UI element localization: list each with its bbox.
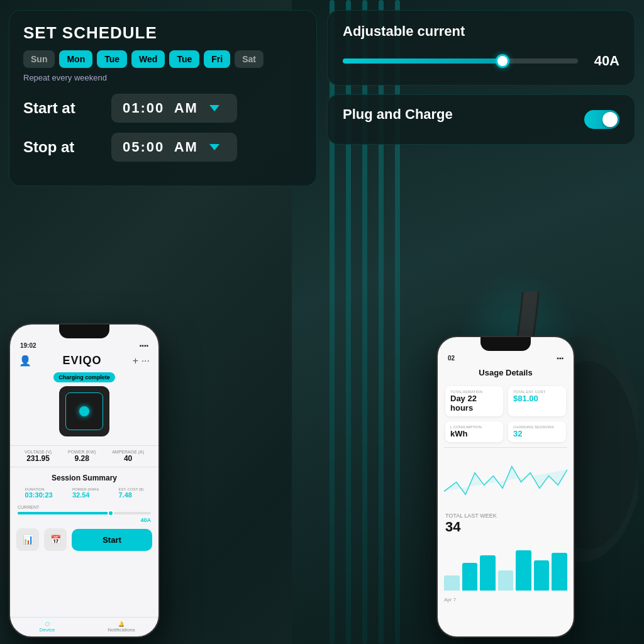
user-icon: 👤 — [19, 355, 31, 367]
plug-and-charge-toggle[interactable] — [584, 110, 619, 129]
sessions-box: CHARGING SESSIONS 32 — [508, 421, 566, 442]
stop-label: Stop at — [23, 138, 111, 156]
device-nav-icon: ⬡ — [10, 621, 84, 627]
stop-time-row: Stop at 05:00 AM — [23, 133, 303, 162]
phone-2-screen: 02 ▪▪▪ Usage Details TOTAL DURATION Day … — [438, 337, 574, 636]
voltage-label: VOLTAGE (V) — [25, 450, 52, 454]
days-row[interactable]: Sun Mon Tue Wed Tue Fri Sat — [23, 50, 303, 68]
amperage-stat: AMPERAGE (A) 40 — [112, 450, 144, 463]
charger-device-inner — [65, 392, 103, 430]
total-last-week-value: 34 — [438, 519, 574, 535]
start-time-chevron[interactable] — [209, 105, 219, 111]
bar-chart-date: Apr 7 — [438, 596, 574, 604]
bar-6 — [534, 560, 550, 591]
charger-indicator-dot — [79, 406, 89, 416]
adjustable-current-panel: Adjustable current 40A — [327, 10, 635, 86]
phone-1: 19:02 ▪▪▪▪ 👤 EVIQO + ··· Charging comple… — [9, 323, 160, 638]
phone-2-status-bar: 02 ▪▪▪ — [438, 351, 574, 362]
phone-navigation: ⬡ Device 🔔 Notifications — [10, 617, 158, 636]
day-fri[interactable]: Fri — [204, 50, 230, 68]
phone-1-status-bar: 19:02 ▪▪▪▪ — [10, 338, 158, 349]
day-sun[interactable]: Sun — [23, 50, 55, 68]
current-slider-thumb[interactable] — [496, 54, 509, 68]
start-time-picker[interactable]: 01:00 AM — [111, 94, 237, 123]
power-label: POWER (kW) — [68, 450, 96, 454]
day-mon[interactable]: Mon — [59, 50, 92, 68]
charger-device-image — [59, 386, 109, 436]
session-stats-row: DURATION 03:30:23 POWER (kWh) 32.54 EST.… — [10, 485, 158, 501]
phone-1-screen: 19:02 ▪▪▪▪ 👤 EVIQO + ··· Charging comple… — [10, 325, 158, 636]
bar-2 — [462, 563, 478, 591]
add-icon[interactable]: + ··· — [133, 355, 150, 367]
plug-and-charge-title: Plug and Charge — [343, 106, 453, 123]
current-row: CURRENT 40A — [10, 501, 158, 525]
usage-details-title: Usage Details — [438, 362, 574, 381]
right-panels: Adjustable current 40A Plug and Charge — [327, 10, 635, 145]
phone-1-notch — [59, 325, 109, 338]
stats-icon-button[interactable]: 📊 — [16, 528, 39, 551]
session-cost: EST. COST ($) 7.48 — [118, 487, 143, 499]
bar-1 — [444, 575, 460, 591]
current-slider-fill — [343, 58, 502, 64]
total-duration-box: TOTAL DURATION Day 22 hours — [445, 386, 503, 416]
voltage-value: 231.95 — [25, 454, 52, 463]
amperage-value: 40 — [112, 454, 144, 463]
current-value-small: 40A — [18, 517, 151, 523]
phone-2-notch — [480, 337, 531, 351]
bar-3 — [480, 555, 496, 591]
nav-notifications[interactable]: 🔔 Notifications — [84, 621, 158, 633]
voltage-power-amperage-row: VOLTAGE (V) 231.95 POWER (kW) 9.28 AMPER… — [10, 445, 158, 467]
charging-status-badge: Charging complete — [53, 372, 115, 382]
nav-device[interactable]: ⬡ Device — [10, 621, 84, 633]
start-label: Start at — [23, 99, 111, 117]
current-label: CURRENT — [18, 505, 151, 509]
bar-4 — [498, 570, 514, 591]
day-tue[interactable]: Tue — [97, 50, 127, 68]
voltage-stat: VOLTAGE (V) 231.95 — [25, 450, 52, 463]
bar-7 — [552, 553, 567, 591]
current-slider-fill-small — [18, 512, 111, 514]
usage-stats-grid: TOTAL DURATION Day 22 hours TOTAL EST. C… — [438, 381, 574, 447]
phone-2-time: 02 — [448, 355, 455, 362]
amperage-label: AMPERAGE (A) — [112, 450, 144, 454]
consumption-box: L CONSUMPTION kWh — [445, 421, 503, 442]
phone-actions-row: 📊 📅 Start — [10, 525, 158, 555]
total-cost-value: $81.00 — [513, 394, 561, 403]
total-cost-box: TOTAL EST. COST $81.00 — [508, 386, 566, 416]
total-duration-value: Day 22 hours — [450, 394, 498, 413]
stop-time-value: 05:00 AM — [123, 139, 198, 155]
phone-1-time: 19:02 — [20, 342, 36, 349]
day-sat[interactable]: Sat — [235, 50, 264, 68]
session-cost-value: 7.48 — [118, 491, 143, 499]
start-button[interactable]: Start — [72, 529, 152, 551]
current-slider-small[interactable] — [18, 512, 151, 514]
session-duration-value: 03:30:23 — [25, 491, 53, 499]
stop-time-chevron[interactable] — [209, 144, 219, 150]
session-power: POWER (kWh) 32.54 — [72, 487, 99, 499]
device-nav-label: Device — [10, 627, 84, 633]
power-stat: POWER (kW) 9.28 — [68, 450, 96, 463]
start-time-value: 01:00 AM — [123, 100, 198, 116]
current-slider-track[interactable] — [343, 58, 578, 64]
session-power-value: 32.54 — [72, 491, 99, 499]
toggle-knob — [602, 112, 618, 127]
calendar-icon-button[interactable]: 📅 — [44, 528, 67, 551]
adjustable-current-title: Adjustable current — [343, 23, 619, 40]
repeat-text: Repeat every weekend — [23, 73, 303, 82]
usage-chart-area — [444, 447, 567, 510]
total-last-week-label: TOTAL LAST WEEK — [438, 510, 574, 519]
sessions-value: 32 — [513, 429, 561, 438]
schedule-panel: SET SCHEDULE Sun Mon Tue Wed Tue Fri Sat… — [9, 10, 317, 186]
current-thumb-small[interactable] — [108, 510, 114, 516]
day-thu[interactable]: Tue — [169, 50, 199, 68]
eviqo-logo: EVIQO — [62, 354, 101, 367]
phone-2: 02 ▪▪▪ Usage Details TOTAL DURATION Day … — [436, 336, 575, 638]
stop-time-picker[interactable]: 05:00 AM — [111, 133, 237, 162]
phone-1-signal: ▪▪▪▪ — [140, 342, 148, 349]
bar-chart-area — [444, 540, 567, 591]
day-wed[interactable]: Wed — [131, 50, 165, 68]
notifications-nav-label: Notifications — [84, 627, 158, 633]
bell-icon: 🔔 — [84, 621, 158, 627]
current-slider-container[interactable]: 40A — [343, 50, 619, 72]
session-duration: DURATION 03:30:23 — [25, 487, 53, 499]
